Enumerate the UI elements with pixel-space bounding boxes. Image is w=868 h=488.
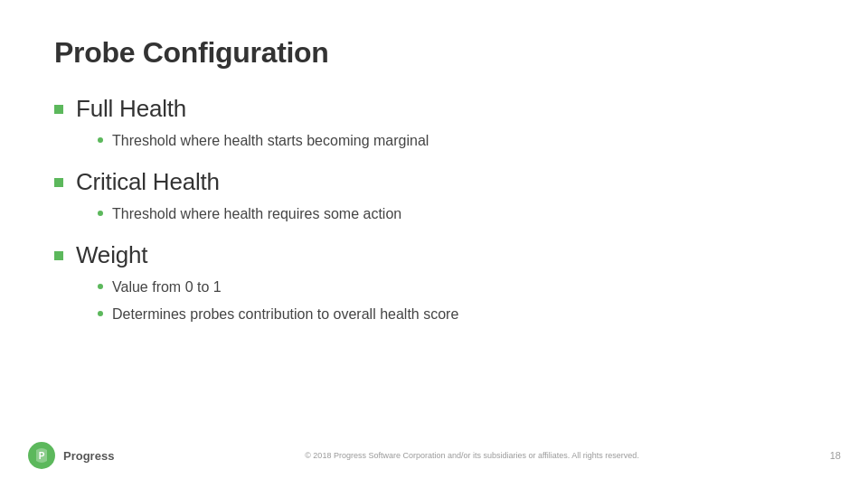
full-health-header: Full Health: [54, 95, 814, 123]
bullet-dot-icon: [98, 211, 103, 216]
list-item: Threshold where health starts becoming m…: [98, 130, 814, 152]
bullet-dot-icon: [98, 137, 103, 143]
weight-title: Weight: [76, 241, 147, 269]
list-item: Threshold where health requires some act…: [98, 203, 814, 225]
critical-health-header: Critical Health: [54, 168, 814, 196]
progress-logo: P Progress: [27, 441, 114, 470]
critical-health-title: Critical Health: [76, 168, 220, 196]
full-health-bullet-1: Threshold where health starts becoming m…: [112, 130, 429, 152]
slide-title: Probe Configuration: [54, 36, 814, 70]
section-critical-health: Critical Health Threshold where health r…: [54, 168, 814, 225]
full-health-bullets: Threshold where health starts becoming m…: [54, 130, 814, 152]
weight-bullets: Value from 0 to 1 Determines probes cont…: [54, 277, 814, 325]
critical-health-bullet-1: Threshold where health requires some act…: [112, 203, 401, 225]
section-full-health: Full Health Threshold where health start…: [54, 95, 814, 152]
weight-bullet-2: Determines probes contribution to overal…: [112, 304, 458, 325]
bullet-dot-icon: [98, 311, 103, 316]
footer-page-number: 18: [830, 450, 841, 461]
progress-logo-text: Progress: [63, 449, 114, 463]
svg-text:P: P: [39, 451, 45, 461]
full-health-icon: [54, 105, 63, 114]
footer: P Progress © 2018 Progress Software Corp…: [0, 441, 868, 470]
content-area: Full Health Threshold where health start…: [54, 95, 814, 461]
list-item: Determines probes contribution to overal…: [98, 304, 814, 325]
full-health-title: Full Health: [76, 95, 186, 123]
weight-icon: [54, 251, 63, 260]
progress-logo-icon: P: [27, 441, 56, 470]
weight-bullet-1: Value from 0 to 1: [112, 277, 222, 298]
weight-header: Weight: [54, 241, 814, 269]
critical-health-icon: [54, 178, 63, 187]
bullet-dot-icon: [98, 284, 103, 289]
footer-copyright: © 2018 Progress Software Corporation and…: [114, 451, 829, 460]
slide: Probe Configuration Full Health Threshol…: [0, 0, 868, 488]
list-item: Value from 0 to 1: [98, 277, 814, 298]
section-weight: Weight Value from 0 to 1 Determines prob…: [54, 241, 814, 325]
critical-health-bullets: Threshold where health requires some act…: [54, 203, 814, 225]
